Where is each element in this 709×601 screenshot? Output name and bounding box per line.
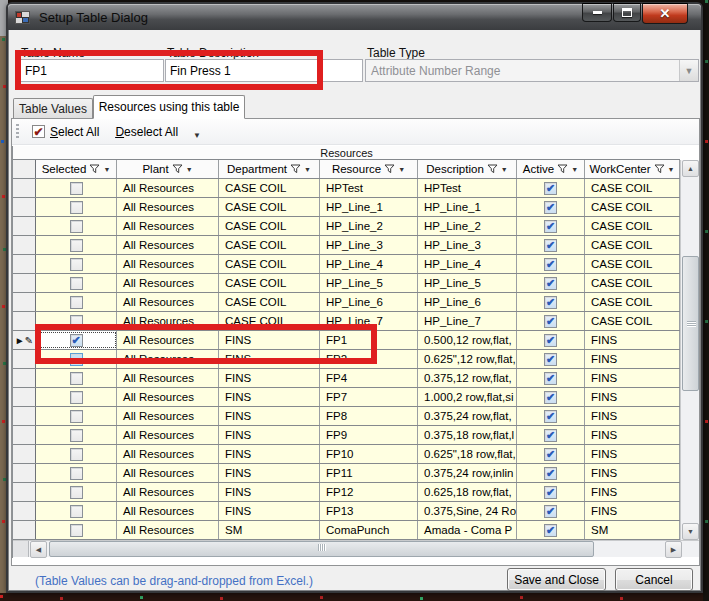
cell-active[interactable]: ✔ xyxy=(517,274,585,292)
table-row[interactable]: All ResourcesFINSFP71.000,2 row,flat,si✔… xyxy=(13,388,680,407)
table-row[interactable]: All ResourcesFINSFP100.625",18 row,flat,… xyxy=(13,445,680,464)
cell-description[interactable]: HP_Line_2 xyxy=(418,217,517,235)
row-header-cell[interactable] xyxy=(13,464,36,482)
cell-workcenter[interactable]: CASE COIL xyxy=(585,198,680,216)
cell-resource[interactable]: FP12 xyxy=(320,483,418,501)
active-checkbox[interactable]: ✔ xyxy=(544,334,557,347)
row-header-cell[interactable] xyxy=(13,198,36,216)
cell-selected[interactable] xyxy=(36,388,117,406)
cell-active[interactable]: ✔ xyxy=(517,217,585,235)
title-bar[interactable]: Setup Table Dialog ✕ xyxy=(8,4,701,30)
active-checkbox[interactable]: ✔ xyxy=(544,182,557,195)
cell-resource[interactable]: FP7 xyxy=(320,388,418,406)
cell-plant[interactable]: All Resources xyxy=(117,274,219,292)
active-checkbox[interactable]: ✔ xyxy=(544,505,557,518)
table-row[interactable]: All ResourcesFINSFP20.625",12 row,flat,✔… xyxy=(13,350,680,369)
cell-workcenter[interactable]: FINS xyxy=(585,331,680,349)
cell-plant[interactable]: All Resources xyxy=(117,350,219,368)
cell-resource[interactable]: FP2 xyxy=(320,350,418,368)
cell-resource[interactable]: HP_Line_6 xyxy=(320,293,418,311)
cell-selected[interactable] xyxy=(36,274,117,292)
cell-department[interactable]: CASE COIL xyxy=(219,179,320,197)
table-row[interactable]: All ResourcesFINSFP130.375,Sine, 24 Ro✔F… xyxy=(13,502,680,521)
selected-checkbox[interactable]: ✔ xyxy=(70,334,83,347)
cell-department[interactable]: CASE COIL xyxy=(219,274,320,292)
table-row[interactable]: All ResourcesCASE COILHP_Line_5HP_Line_5… xyxy=(13,274,680,293)
row-header-cell[interactable] xyxy=(13,388,36,406)
cell-description[interactable]: 0.375,Sine, 24 Ro xyxy=(418,502,517,520)
active-checkbox[interactable]: ✔ xyxy=(544,391,557,404)
cell-description[interactable]: 0.500,12 row,flat, xyxy=(418,331,517,349)
cell-plant[interactable]: All Resources xyxy=(117,502,219,520)
cell-department[interactable]: FINS xyxy=(219,445,320,463)
cell-workcenter[interactable]: FINS xyxy=(585,350,680,368)
cell-resource[interactable]: FP10 xyxy=(320,445,418,463)
cell-selected[interactable] xyxy=(36,407,117,425)
cell-active[interactable]: ✔ xyxy=(517,350,585,368)
cell-description[interactable]: 0.625,18 row,flat, xyxy=(418,483,517,501)
scroll-left-button[interactable]: ◀ xyxy=(30,541,47,558)
cell-active[interactable]: ✔ xyxy=(517,464,585,482)
row-header-cell[interactable] xyxy=(13,179,36,197)
table-row[interactable]: All ResourcesFINSFP40.375,12 row,flat,✔F… xyxy=(13,369,680,388)
selected-checkbox[interactable] xyxy=(70,201,83,214)
row-header-cell[interactable] xyxy=(13,217,36,235)
cell-selected[interactable]: ✔ xyxy=(36,331,117,349)
cell-selected[interactable] xyxy=(36,198,117,216)
cell-description[interactable]: HP_Line_6 xyxy=(418,293,517,311)
cell-active[interactable]: ✔ xyxy=(517,407,585,425)
tab-table-values[interactable]: Table Values xyxy=(13,98,93,119)
selected-checkbox[interactable] xyxy=(70,182,83,195)
selected-checkbox[interactable] xyxy=(70,467,83,480)
row-header-cell[interactable] xyxy=(13,274,36,292)
cell-active[interactable]: ✔ xyxy=(517,445,585,463)
toolbar-overflow-button[interactable]: ▼ xyxy=(193,131,201,144)
cell-selected[interactable] xyxy=(36,445,117,463)
cell-workcenter[interactable]: FINS xyxy=(585,445,680,463)
selected-checkbox[interactable] xyxy=(70,296,83,309)
cell-selected[interactable] xyxy=(36,483,117,501)
cell-resource[interactable]: HP_Line_3 xyxy=(320,236,418,254)
cell-plant[interactable]: All Resources xyxy=(117,198,219,216)
table-row[interactable]: All ResourcesFINSFP110.375,24 row,inlin✔… xyxy=(13,464,680,483)
cell-workcenter[interactable]: CASE COIL xyxy=(585,274,680,292)
selected-checkbox[interactable] xyxy=(70,505,83,518)
cell-resource[interactable]: FP8 xyxy=(320,407,418,425)
cell-resource[interactable]: HP_Line_1 xyxy=(320,198,418,216)
row-header-cell[interactable] xyxy=(13,445,36,463)
cell-resource[interactable]: HP_Line_7 xyxy=(320,312,418,330)
selected-checkbox[interactable] xyxy=(70,524,83,537)
cell-workcenter[interactable]: FINS xyxy=(585,464,680,482)
table-description-input[interactable] xyxy=(165,59,363,82)
cell-department[interactable]: FINS xyxy=(219,369,320,387)
table-row[interactable]: All ResourcesCASE COILHP_Line_3HP_Line_3… xyxy=(13,236,680,255)
cell-active[interactable]: ✔ xyxy=(517,502,585,520)
selected-checkbox[interactable] xyxy=(70,448,83,461)
cell-department[interactable]: FINS xyxy=(219,426,320,444)
cell-department[interactable]: CASE COIL xyxy=(219,198,320,216)
cell-active[interactable]: ✔ xyxy=(517,483,585,501)
column-header-plant[interactable]: Plant▼ xyxy=(117,160,219,178)
cell-plant[interactable]: All Resources xyxy=(117,331,219,349)
cell-workcenter[interactable]: SM xyxy=(585,521,680,539)
table-row[interactable]: All ResourcesSMComaPunchAmada - Coma P✔S… xyxy=(13,521,680,540)
cell-resource[interactable]: FP11 xyxy=(320,464,418,482)
cell-workcenter[interactable]: CASE COIL xyxy=(585,236,680,254)
cell-department[interactable]: CASE COIL xyxy=(219,312,320,330)
table-row[interactable]: ►✎✔All ResourcesFINSFP10.500,12 row,flat… xyxy=(13,331,680,350)
cell-workcenter[interactable]: FINS xyxy=(585,502,680,520)
selected-checkbox[interactable] xyxy=(70,239,83,252)
cell-plant[interactable]: All Resources xyxy=(117,217,219,235)
active-checkbox[interactable]: ✔ xyxy=(544,353,557,366)
active-checkbox[interactable]: ✔ xyxy=(544,429,557,442)
row-header-cell[interactable] xyxy=(13,407,36,425)
cell-description[interactable]: Amada - Coma P xyxy=(418,521,517,539)
cell-description[interactable]: HP_Line_7 xyxy=(418,312,517,330)
cell-selected[interactable] xyxy=(36,350,117,368)
row-header-cell[interactable] xyxy=(13,236,36,254)
table-row[interactable]: All ResourcesCASE COILHP_Line_7HP_Line_7… xyxy=(13,312,680,331)
vertical-scrollbar[interactable]: ▲ ▼ xyxy=(680,160,699,540)
row-header-cell[interactable] xyxy=(13,312,36,330)
cell-active[interactable]: ✔ xyxy=(517,426,585,444)
row-header-cell[interactable] xyxy=(13,521,36,539)
